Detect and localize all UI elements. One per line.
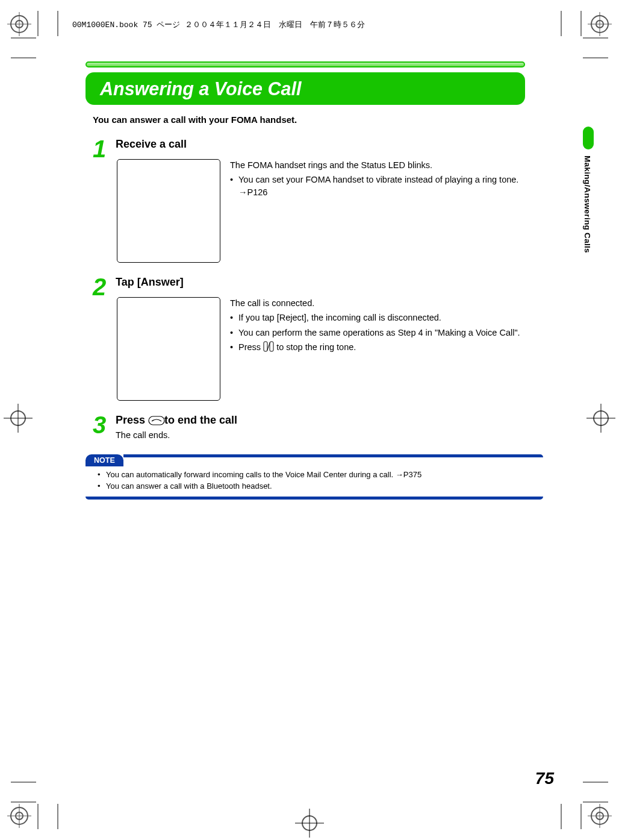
step-title: Receive a call (116, 138, 543, 151)
step-2: 2 Tap [Answer] The call is connected. If… (93, 275, 543, 401)
page-number: 75 (535, 769, 554, 788)
note-top-rule (123, 454, 543, 457)
step-screenshot-placeholder (117, 297, 220, 401)
section-title-pill: Answering a Voice Call (86, 72, 525, 105)
registration-mark-top-left (7, 12, 31, 36)
side-tab-indicator (583, 127, 594, 149)
end-call-key-icon (148, 416, 161, 425)
step-bullet: Press to stop the ring tone. (230, 341, 543, 353)
step-lead: The call is connected. (230, 297, 543, 309)
registration-mark-bottom-left (7, 804, 31, 828)
step-bullet: If you tap [Reject], the incoming call i… (230, 312, 543, 324)
step-title-prefix: Press (116, 414, 148, 426)
section-side-tab: Making/Answering Calls (583, 127, 595, 259)
svg-point-32 (11, 411, 25, 425)
step-title: Tap [Answer] (116, 276, 543, 289)
svg-rect-41 (264, 342, 267, 351)
section-title-accent-bar (86, 61, 525, 67)
step-screenshot-placeholder (117, 159, 220, 263)
note-bottom-rule (86, 497, 543, 500)
page-content: Answering a Voice Call You can answer a … (86, 58, 543, 500)
svg-point-35 (594, 411, 608, 425)
side-tab-label: Making/Answering Calls (583, 155, 592, 253)
step-number: 2 (93, 275, 116, 299)
step-lead: The FOMA handset rings and the Status LE… (230, 159, 543, 171)
step-title: Press to end the call (116, 414, 543, 427)
registration-mark-bottom-right (588, 804, 612, 828)
step-number: 1 (93, 137, 116, 161)
bullet-text-prefix: Press (238, 342, 263, 352)
section-intro: You can answer a call with your FOMA han… (93, 114, 543, 125)
note-item: You can automatically forward incoming c… (98, 470, 536, 479)
svg-rect-43 (270, 342, 273, 351)
step-bullet: You can perform the same operations as S… (230, 327, 543, 339)
section-title-block: Answering a Voice Call (86, 58, 543, 112)
section-title: Answering a Voice Call (100, 78, 301, 99)
step-3: 3 Press to end the call The call ends. (93, 413, 543, 440)
volume-key-icon (263, 341, 274, 352)
step-bullet: You can set your FOMA handset to vibrate… (230, 174, 543, 198)
note-label: NOTE (86, 454, 123, 466)
svg-point-38 (302, 816, 317, 830)
step-1: 1 Receive a call The FOMA handset rings … (93, 137, 543, 263)
step-number: 3 (93, 413, 116, 437)
bullet-text-suffix: to stop the ring tone. (276, 342, 356, 352)
step-subtext: The call ends. (116, 430, 543, 440)
step-title-suffix: to end the call (161, 414, 237, 426)
note-box: NOTE You can automatically forward incom… (86, 454, 543, 500)
file-metadata-header: 00M1000EN.book 75 ページ ２００４年１１月２４日 水曜日 午前… (72, 19, 365, 30)
note-item: You can answer a call with a Bluetooth h… (98, 481, 536, 491)
registration-mark-top-right (588, 12, 612, 36)
